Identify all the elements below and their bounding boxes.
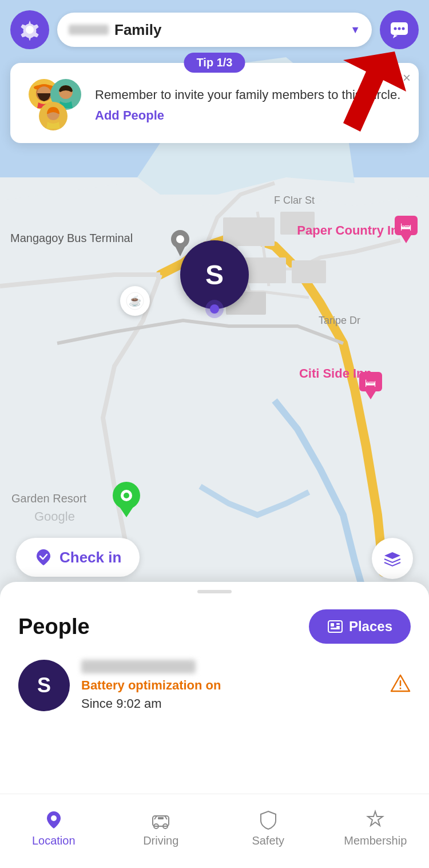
svg-rect-37 xyxy=(328,621,342,632)
checkin-button[interactable]: Check in xyxy=(16,538,140,577)
user-initial: S xyxy=(205,259,224,291)
svg-text:☕: ☕ xyxy=(129,295,142,307)
nav-label-driving: Driving xyxy=(143,834,178,847)
svg-point-44 xyxy=(400,688,402,689)
tip-close-button[interactable]: × xyxy=(403,71,411,85)
tip-card-container: Tip 1/3 xyxy=(10,63,419,143)
svg-rect-7 xyxy=(292,260,326,283)
tip-avatar-3 xyxy=(39,102,67,130)
bottom-navigation: Location Driving Safety Membership xyxy=(0,794,429,868)
tip-text: Remember to invite your family members t… xyxy=(95,86,405,124)
map-label-garden-resort: Garden Resort xyxy=(11,492,86,505)
svg-text:🛏: 🛏 xyxy=(365,376,376,389)
svg-point-45 xyxy=(51,815,57,821)
hotel-pin-right: 🛏 xyxy=(394,215,419,248)
nav-label-location: Location xyxy=(32,834,76,847)
map-label-paper-country-inn: Paper Country Inn xyxy=(297,223,406,238)
svg-rect-49 xyxy=(158,817,164,819)
svg-rect-40 xyxy=(336,626,340,628)
svg-point-29 xyxy=(402,27,405,30)
gear-button[interactable] xyxy=(10,10,49,49)
tip-avatars xyxy=(23,79,86,130)
dropdown-arrow-icon: ▼ xyxy=(350,24,360,36)
map-label-google: Google xyxy=(34,509,75,524)
svg-point-21 xyxy=(210,304,219,314)
circle-name: Family xyxy=(114,21,350,39)
svg-rect-39 xyxy=(336,623,340,625)
svg-point-25 xyxy=(124,493,129,498)
svg-point-28 xyxy=(398,27,401,30)
nav-label-safety: Safety xyxy=(252,834,284,847)
people-title: People xyxy=(18,615,90,639)
top-bar: Family ▼ xyxy=(0,10,429,49)
svg-point-27 xyxy=(394,27,397,30)
map-label-taripe: Taripe Dr xyxy=(319,315,360,327)
chat-button[interactable] xyxy=(380,10,419,49)
nav-item-safety[interactable]: Safety xyxy=(214,809,322,847)
person-name-blurred xyxy=(81,660,196,673)
places-button-label: Places xyxy=(349,619,392,635)
person-card[interactable]: S Battery optimization on Since 9:02 am xyxy=(0,644,429,727)
person-initial: S xyxy=(37,673,51,697)
svg-marker-16 xyxy=(400,234,412,243)
hotel-pin-citi: 🛏 xyxy=(358,371,383,405)
checkin-button-label: Check in xyxy=(59,549,121,566)
map-label-f-clar-st: F Clar St xyxy=(274,195,315,207)
nav-item-driving[interactable]: Driving xyxy=(108,809,215,847)
circle-blurred-name xyxy=(69,25,109,35)
map-view[interactable]: Mangagoy Bus Terminal Paper Country Inn … xyxy=(0,0,429,629)
tip-main-text: Remember to invite your family members t… xyxy=(95,86,405,104)
svg-marker-23 xyxy=(117,504,136,517)
warning-icon xyxy=(390,673,411,698)
tip-card: Remember to invite your family members t… xyxy=(10,63,419,143)
svg-text:🛏: 🛏 xyxy=(400,220,412,233)
user-location-marker: S xyxy=(180,240,249,309)
svg-rect-38 xyxy=(331,623,334,627)
tip-add-people-link[interactable]: Add People xyxy=(95,108,405,123)
svg-marker-19 xyxy=(365,390,376,399)
nav-label-membership: Membership xyxy=(344,834,407,847)
tip-badge: Tip 1/3 xyxy=(184,53,245,73)
person-since-time: Since 9:02 am xyxy=(81,696,379,711)
places-button[interactable]: Places xyxy=(309,609,411,644)
svg-rect-41 xyxy=(331,628,340,629)
nav-item-membership[interactable]: Membership xyxy=(322,809,430,847)
coffee-place-icon: ☕ xyxy=(120,286,150,316)
nav-item-location[interactable]: Location xyxy=(0,809,108,847)
person-battery-status: Battery optimization on xyxy=(81,678,379,693)
green-location-pin xyxy=(112,481,141,520)
person-avatar: S xyxy=(18,660,70,711)
map-layers-button[interactable] xyxy=(372,538,413,579)
circle-selector[interactable]: Family ▼ xyxy=(57,13,372,47)
bottom-sheet-header: People Places xyxy=(0,593,429,644)
map-label-bus-terminal: Mangagoy Bus Terminal xyxy=(10,232,133,245)
person-info: Battery optimization on Since 9:02 am xyxy=(81,660,379,711)
